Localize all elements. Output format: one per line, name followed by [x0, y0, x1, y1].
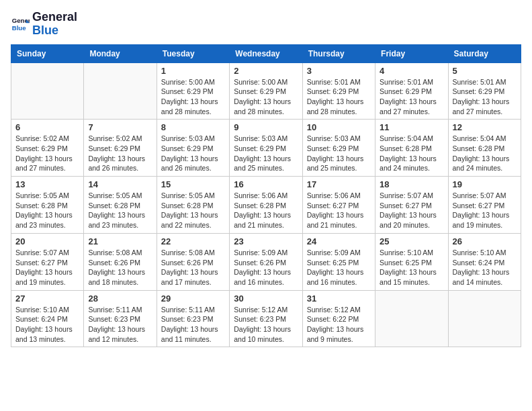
- day-detail: Sunrise: 5:03 AM Sunset: 6:29 PM Dayligh…: [234, 134, 298, 173]
- calendar-cell: [11, 62, 84, 120]
- calendar-cell: 27Sunrise: 5:10 AM Sunset: 6:24 PM Dayli…: [11, 290, 84, 347]
- week-row-2: 6Sunrise: 5:02 AM Sunset: 6:29 PM Daylig…: [11, 120, 521, 177]
- day-detail: Sunrise: 5:06 AM Sunset: 6:28 PM Dayligh…: [234, 191, 298, 230]
- day-number: 4: [380, 66, 443, 76]
- day-number: 31: [307, 293, 371, 304]
- day-detail: Sunrise: 5:12 AM Sunset: 6:23 PM Dayligh…: [234, 305, 298, 345]
- day-header-tuesday: Tuesday: [157, 44, 229, 62]
- calendar-cell: 25Sunrise: 5:10 AM Sunset: 6:25 PM Dayli…: [375, 233, 448, 290]
- calendar-cell: 1Sunrise: 5:00 AM Sunset: 6:29 PM Daylig…: [157, 62, 229, 120]
- day-header-monday: Monday: [84, 44, 157, 62]
- page-header: General Blue General Blue: [11, 11, 521, 38]
- calendar-cell: 30Sunrise: 5:12 AM Sunset: 6:23 PM Dayli…: [230, 290, 302, 347]
- day-number: 29: [161, 293, 225, 304]
- week-row-5: 27Sunrise: 5:10 AM Sunset: 6:24 PM Dayli…: [11, 290, 521, 347]
- calendar-cell: 18Sunrise: 5:07 AM Sunset: 6:27 PM Dayli…: [375, 177, 448, 234]
- day-detail: Sunrise: 5:00 AM Sunset: 6:29 PM Dayligh…: [161, 77, 225, 117]
- logo-icon: General Blue: [11, 15, 30, 34]
- day-number: 20: [15, 236, 79, 246]
- day-number: 18: [380, 179, 443, 189]
- day-detail: Sunrise: 5:08 AM Sunset: 6:26 PM Dayligh…: [88, 248, 152, 287]
- day-detail: Sunrise: 5:10 AM Sunset: 6:24 PM Dayligh…: [453, 248, 517, 287]
- day-detail: Sunrise: 5:09 AM Sunset: 6:25 PM Dayligh…: [307, 248, 371, 287]
- day-number: 25: [380, 236, 443, 246]
- calendar-cell: 12Sunrise: 5:04 AM Sunset: 6:28 PM Dayli…: [448, 120, 521, 177]
- day-detail: Sunrise: 5:05 AM Sunset: 6:28 PM Dayligh…: [88, 191, 152, 230]
- day-number: 6: [15, 122, 79, 132]
- day-number: 13: [15, 179, 79, 189]
- day-number: 15: [161, 179, 225, 189]
- week-row-3: 13Sunrise: 5:05 AM Sunset: 6:28 PM Dayli…: [11, 177, 521, 234]
- calendar-cell: [448, 290, 521, 347]
- calendar-cell: 21Sunrise: 5:08 AM Sunset: 6:26 PM Dayli…: [84, 233, 157, 290]
- calendar-cell: 16Sunrise: 5:06 AM Sunset: 6:28 PM Dayli…: [230, 177, 302, 234]
- day-number: 3: [307, 66, 371, 76]
- logo-text-line2: Blue: [32, 24, 77, 38]
- calendar-cell: 3Sunrise: 5:01 AM Sunset: 6:29 PM Daylig…: [302, 62, 375, 120]
- day-detail: Sunrise: 5:00 AM Sunset: 6:29 PM Dayligh…: [234, 77, 298, 117]
- day-detail: Sunrise: 5:07 AM Sunset: 6:27 PM Dayligh…: [380, 191, 443, 230]
- day-detail: Sunrise: 5:06 AM Sunset: 6:27 PM Dayligh…: [307, 191, 371, 230]
- calendar-cell: 5Sunrise: 5:01 AM Sunset: 6:29 PM Daylig…: [448, 62, 521, 120]
- day-detail: Sunrise: 5:01 AM Sunset: 6:29 PM Dayligh…: [307, 77, 371, 117]
- calendar-cell: 24Sunrise: 5:09 AM Sunset: 6:25 PM Dayli…: [302, 233, 375, 290]
- day-detail: Sunrise: 5:12 AM Sunset: 6:22 PM Dayligh…: [307, 305, 371, 345]
- calendar-cell: [375, 290, 448, 347]
- calendar-cell: 23Sunrise: 5:09 AM Sunset: 6:26 PM Dayli…: [230, 233, 302, 290]
- day-number: 7: [88, 122, 152, 132]
- day-detail: Sunrise: 5:07 AM Sunset: 6:27 PM Dayligh…: [15, 248, 79, 287]
- day-number: 28: [88, 293, 152, 304]
- calendar-cell: 28Sunrise: 5:11 AM Sunset: 6:23 PM Dayli…: [84, 290, 157, 347]
- day-detail: Sunrise: 5:07 AM Sunset: 6:27 PM Dayligh…: [453, 191, 517, 230]
- day-number: 5: [453, 66, 517, 76]
- day-detail: Sunrise: 5:08 AM Sunset: 6:26 PM Dayligh…: [161, 248, 225, 287]
- day-detail: Sunrise: 5:01 AM Sunset: 6:29 PM Dayligh…: [380, 77, 443, 117]
- day-header-thursday: Thursday: [302, 44, 375, 62]
- calendar-cell: 22Sunrise: 5:08 AM Sunset: 6:26 PM Dayli…: [157, 233, 229, 290]
- day-number: 8: [161, 122, 225, 132]
- calendar-cell: 7Sunrise: 5:02 AM Sunset: 6:29 PM Daylig…: [84, 120, 157, 177]
- calendar-cell: 10Sunrise: 5:03 AM Sunset: 6:29 PM Dayli…: [302, 120, 375, 177]
- calendar-cell: 26Sunrise: 5:10 AM Sunset: 6:24 PM Dayli…: [448, 233, 521, 290]
- day-number: 30: [234, 293, 298, 304]
- logo-text-line1: General: [32, 11, 77, 24]
- calendar-cell: [84, 62, 157, 120]
- day-detail: Sunrise: 5:11 AM Sunset: 6:23 PM Dayligh…: [161, 305, 225, 345]
- day-number: 21: [88, 236, 152, 246]
- day-number: 10: [307, 122, 371, 132]
- calendar-cell: 15Sunrise: 5:05 AM Sunset: 6:28 PM Dayli…: [157, 177, 229, 234]
- day-detail: Sunrise: 5:10 AM Sunset: 6:25 PM Dayligh…: [380, 248, 443, 287]
- day-detail: Sunrise: 5:01 AM Sunset: 6:29 PM Dayligh…: [453, 77, 517, 117]
- day-header-wednesday: Wednesday: [230, 44, 302, 62]
- day-number: 9: [234, 122, 298, 132]
- calendar-cell: 19Sunrise: 5:07 AM Sunset: 6:27 PM Dayli…: [448, 177, 521, 234]
- day-number: 26: [453, 236, 517, 246]
- day-header-friday: Friday: [375, 44, 448, 62]
- calendar-cell: 8Sunrise: 5:03 AM Sunset: 6:29 PM Daylig…: [157, 120, 229, 177]
- logo: General Blue General Blue: [11, 11, 77, 38]
- calendar-cell: 13Sunrise: 5:05 AM Sunset: 6:28 PM Dayli…: [11, 177, 84, 234]
- day-number: 2: [234, 66, 298, 76]
- svg-text:Blue: Blue: [12, 24, 26, 32]
- calendar-header-row: SundayMondayTuesdayWednesdayThursdayFrid…: [11, 44, 521, 62]
- day-detail: Sunrise: 5:05 AM Sunset: 6:28 PM Dayligh…: [15, 191, 79, 230]
- day-number: 24: [307, 236, 371, 246]
- calendar-cell: 31Sunrise: 5:12 AM Sunset: 6:22 PM Dayli…: [302, 290, 375, 347]
- calendar-cell: 29Sunrise: 5:11 AM Sunset: 6:23 PM Dayli…: [157, 290, 229, 347]
- day-detail: Sunrise: 5:05 AM Sunset: 6:28 PM Dayligh…: [161, 191, 225, 230]
- calendar-cell: 2Sunrise: 5:00 AM Sunset: 6:29 PM Daylig…: [230, 62, 302, 120]
- day-detail: Sunrise: 5:04 AM Sunset: 6:28 PM Dayligh…: [380, 134, 443, 173]
- calendar-cell: 20Sunrise: 5:07 AM Sunset: 6:27 PM Dayli…: [11, 233, 84, 290]
- day-detail: Sunrise: 5:04 AM Sunset: 6:28 PM Dayligh…: [453, 134, 517, 173]
- calendar-body: 1Sunrise: 5:00 AM Sunset: 6:29 PM Daylig…: [11, 62, 521, 347]
- day-number: 23: [234, 236, 298, 246]
- day-number: 19: [453, 179, 517, 189]
- day-number: 22: [161, 236, 225, 246]
- calendar-cell: 11Sunrise: 5:04 AM Sunset: 6:28 PM Dayli…: [375, 120, 448, 177]
- calendar-table: SundayMondayTuesdayWednesdayThursdayFrid…: [11, 44, 521, 348]
- calendar-cell: 4Sunrise: 5:01 AM Sunset: 6:29 PM Daylig…: [375, 62, 448, 120]
- day-header-saturday: Saturday: [448, 44, 521, 62]
- week-row-1: 1Sunrise: 5:00 AM Sunset: 6:29 PM Daylig…: [11, 62, 521, 120]
- day-number: 16: [234, 179, 298, 189]
- week-row-4: 20Sunrise: 5:07 AM Sunset: 6:27 PM Dayli…: [11, 233, 521, 290]
